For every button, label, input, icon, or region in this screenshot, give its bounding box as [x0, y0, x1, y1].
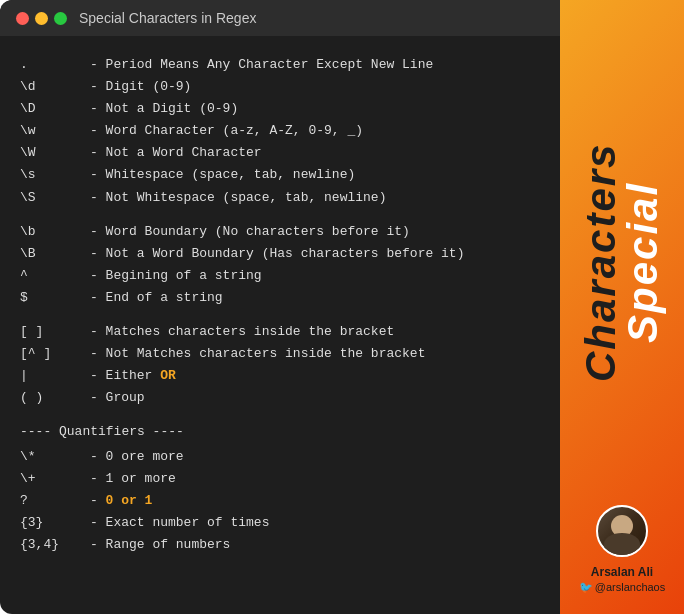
symbol: \D — [20, 98, 90, 120]
description: - Either OR — [90, 365, 176, 387]
symbol: \W — [20, 142, 90, 164]
list-item: \S - Not Whitespace (space, tab, newline… — [20, 187, 540, 209]
list-item: $ - End of a string — [20, 287, 540, 309]
list-item: [ ] - Matches characters inside the brac… — [20, 321, 540, 343]
description: - End of a string — [90, 287, 223, 309]
description: - Whitespace (space, tab, newline) — [90, 164, 355, 186]
list-item: ^ - Begining of a string — [20, 265, 540, 287]
description: - Range of numbers — [90, 534, 230, 556]
side-panel: Characters Special Arsalan Ali 🐦@arslanc… — [560, 0, 684, 614]
special-label: Special — [622, 182, 664, 343]
characters-label: Characters — [580, 143, 622, 382]
description: - 0 ore more — [90, 446, 184, 468]
list-item: ( ) - Group — [20, 387, 540, 409]
symbol: \+ — [20, 468, 90, 490]
description: - Not Whitespace (space, tab, newline) — [90, 187, 386, 209]
traffic-lights — [16, 12, 67, 25]
list-item: \D - Not a Digit (0-9) — [20, 98, 540, 120]
description: - Not Matches characters inside the brac… — [90, 343, 425, 365]
list-item: \B - Not a Word Boundary (Has characters… — [20, 243, 540, 265]
list-item: | - Either OR — [20, 365, 540, 387]
description: - Word Boundary (No characters before it… — [90, 221, 410, 243]
symbol: [^ ] — [20, 343, 90, 365]
description: - 0 or 1 — [90, 490, 152, 512]
author-name: Arsalan Ali — [591, 565, 653, 579]
minimize-button[interactable] — [35, 12, 48, 25]
description: - Begining of a string — [90, 265, 262, 287]
description: - Not a Word Boundary (Has characters be… — [90, 243, 464, 265]
list-item: {3} - Exact number of times — [20, 512, 540, 534]
list-item: \w - Word Character (a-z, A-Z, 0-9, _) — [20, 120, 540, 142]
symbol: {3,4} — [20, 534, 90, 556]
avatar — [596, 505, 648, 557]
symbol: ? — [20, 490, 90, 512]
symbol: {3} — [20, 512, 90, 534]
description: - Period Means Any Character Except New … — [90, 54, 433, 76]
symbol: \S — [20, 187, 90, 209]
description: - Not a Digit (0-9) — [90, 98, 238, 120]
description: - Group — [90, 387, 145, 409]
list-item: {3,4} - Range of numbers — [20, 534, 540, 556]
quantifier-header: ---- Quantifiers ---- — [20, 421, 540, 443]
symbol: \* — [20, 446, 90, 468]
symbol: \d — [20, 76, 90, 98]
main-panel: Special Characters in Regex . - Period M… — [0, 0, 560, 614]
author-info: Arsalan Ali 🐦@arslanchaos — [579, 565, 665, 594]
window-title: Special Characters in Regex — [79, 10, 256, 26]
description: - Exact number of times — [90, 512, 269, 534]
description: - Matches characters inside the bracket — [90, 321, 394, 343]
highlight-zero-or-one: 0 or 1 — [106, 493, 153, 508]
symbol: ^ — [20, 265, 90, 287]
symbol: $ — [20, 287, 90, 309]
list-item: \+ - 1 or more — [20, 468, 540, 490]
list-item: \d - Digit (0-9) — [20, 76, 540, 98]
description: - Word Character (a-z, A-Z, 0-9, _) — [90, 120, 363, 142]
description: - 1 or more — [90, 468, 176, 490]
list-item: \* - 0 ore more — [20, 446, 540, 468]
author-section: Arsalan Ali 🐦@arslanchaos — [570, 505, 674, 594]
highlight-or: OR — [160, 368, 176, 383]
list-item: ? - 0 or 1 — [20, 490, 540, 512]
title-bar: Special Characters in Regex — [0, 0, 560, 36]
symbol: \B — [20, 243, 90, 265]
symbol: ( ) — [20, 387, 90, 409]
list-item: . - Period Means Any Character Except Ne… — [20, 54, 540, 76]
content-area: . - Period Means Any Character Except Ne… — [0, 36, 560, 614]
list-item: \W - Not a Word Character — [20, 142, 540, 164]
description: - Digit (0-9) — [90, 76, 191, 98]
symbol: \s — [20, 164, 90, 186]
description: - Not a Word Character — [90, 142, 262, 164]
author-handle: 🐦@arslanchaos — [579, 581, 665, 594]
vertical-title: Characters Special — [580, 20, 664, 505]
symbol: \w — [20, 120, 90, 142]
list-item: \s - Whitespace (space, tab, newline) — [20, 164, 540, 186]
symbol: . — [20, 54, 90, 76]
maximize-button[interactable] — [54, 12, 67, 25]
symbol: [ ] — [20, 321, 90, 343]
list-item: [^ ] - Not Matches characters inside the… — [20, 343, 540, 365]
list-item: \b - Word Boundary (No characters before… — [20, 221, 540, 243]
symbol: \b — [20, 221, 90, 243]
close-button[interactable] — [16, 12, 29, 25]
symbol: | — [20, 365, 90, 387]
twitter-icon: 🐦 — [579, 581, 593, 593]
